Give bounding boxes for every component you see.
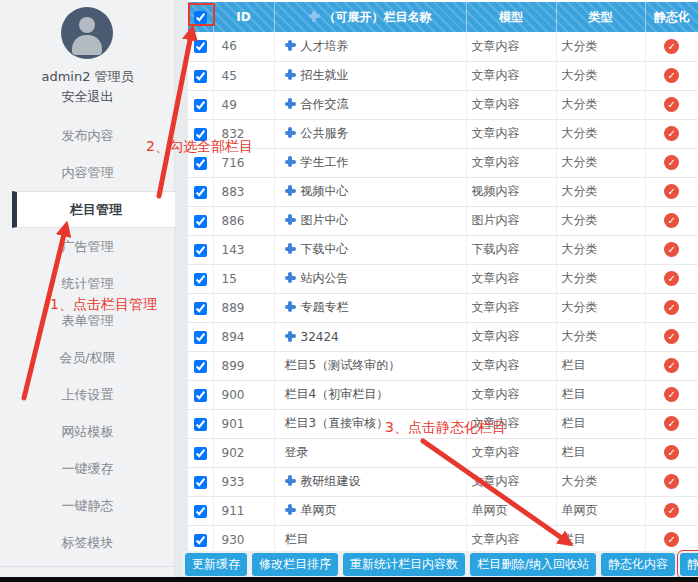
row-type: 大分类 — [556, 90, 645, 119]
check-circle-icon[interactable]: ✓ — [664, 155, 679, 170]
row-checkbox[interactable] — [194, 302, 207, 315]
footer-button[interactable]: 重新统计栏目内容数 — [343, 553, 465, 576]
row-checkbox[interactable] — [194, 505, 207, 518]
row-static-cell: ✓ — [645, 525, 698, 554]
logout-link[interactable]: 安全退出 — [0, 88, 175, 106]
row-id: 902 — [213, 438, 274, 467]
row-name: 教研组建设 — [301, 474, 361, 488]
row-static-cell: ✓ — [645, 177, 698, 206]
row-select-cell — [188, 467, 213, 496]
check-circle-icon[interactable]: ✓ — [664, 242, 679, 257]
row-name-cell: 专题专栏 — [274, 293, 466, 322]
expand-plus-icon[interactable] — [285, 185, 296, 196]
check-circle-icon[interactable]: ✓ — [664, 39, 679, 54]
row-name-cell: 学生工作 — [274, 148, 466, 177]
row-checkbox[interactable] — [194, 360, 207, 373]
row-checkbox[interactable] — [194, 186, 207, 199]
sidebar-item-default[interactable]: 网站模板 — [0, 413, 175, 450]
sidebar-item-default[interactable]: 一键静态 — [0, 487, 175, 524]
row-checkbox[interactable] — [194, 534, 207, 547]
sidebar-item-default[interactable]: 标签模块 — [0, 524, 175, 561]
sidebar-item-default[interactable]: 内容管理 — [0, 154, 175, 191]
column-header-static: 静态化 — [645, 2, 698, 32]
column-header-name: （可展开）栏目名称 — [274, 2, 466, 32]
row-id: 894 — [213, 322, 274, 351]
row-select-cell — [188, 235, 213, 264]
check-circle-icon[interactable]: ✓ — [664, 329, 679, 344]
row-checkbox[interactable] — [194, 40, 207, 53]
expand-plus-icon[interactable] — [285, 504, 296, 515]
row-model: 文章内容 — [466, 32, 556, 61]
expand-plus-icon[interactable] — [285, 301, 296, 312]
check-circle-icon[interactable]: ✓ — [664, 387, 679, 402]
expand-plus-icon[interactable] — [285, 40, 296, 51]
row-checkbox[interactable] — [194, 70, 207, 83]
row-id: 901 — [213, 409, 274, 438]
expand-plus-icon[interactable] — [285, 156, 296, 167]
row-model: 单网页 — [466, 496, 556, 525]
row-checkbox[interactable] — [194, 418, 207, 431]
row-id: 143 — [213, 235, 274, 264]
footer-button[interactable]: 栏目删除/纳入回收站 — [470, 553, 596, 576]
expand-plus-icon[interactable] — [285, 243, 296, 254]
row-checkbox[interactable] — [194, 244, 207, 257]
sidebar-item-default[interactable]: 会员/权限 — [0, 339, 175, 376]
row-checkbox[interactable] — [194, 476, 207, 489]
check-circle-icon[interactable]: ✓ — [664, 474, 679, 489]
footer-button[interactable]: 更新缓存 — [185, 553, 247, 576]
row-model: 文章内容 — [466, 525, 556, 554]
row-select-cell — [188, 525, 213, 554]
row-name: 专题专栏 — [301, 300, 349, 314]
row-checkbox[interactable] — [194, 215, 207, 228]
check-circle-icon[interactable]: ✓ — [664, 532, 679, 547]
table-row: 46 人才培养 文章内容 大分类 ✓ — [188, 32, 698, 61]
expand-plus-icon[interactable] — [285, 475, 296, 486]
expand-plus-icon[interactable] — [285, 214, 296, 225]
row-name: 栏目 — [285, 532, 309, 546]
row-checkbox[interactable] — [194, 273, 207, 286]
expand-plus-icon[interactable] — [285, 331, 296, 342]
sidebar-item-default[interactable]: 广告管理 — [0, 228, 175, 265]
expand-plus-icon[interactable] — [285, 98, 296, 109]
row-checkbox[interactable] — [194, 99, 207, 112]
row-id: 899 — [213, 351, 274, 380]
check-circle-icon[interactable]: ✓ — [664, 271, 679, 286]
row-checkbox[interactable] — [194, 389, 207, 402]
row-checkbox[interactable] — [194, 447, 207, 460]
row-name-cell: 图片中心 — [274, 206, 466, 235]
check-circle-icon[interactable]: ✓ — [664, 213, 679, 228]
check-circle-icon[interactable]: ✓ — [664, 445, 679, 460]
row-type: 栏目 — [556, 351, 645, 380]
row-type: 大分类 — [556, 264, 645, 293]
sidebar-item-active[interactable]: 栏目管理 — [12, 191, 175, 228]
row-select-cell — [188, 293, 213, 322]
check-circle-icon[interactable]: ✓ — [664, 68, 679, 83]
row-name-cell: 合作交流 — [274, 90, 466, 119]
row-checkbox[interactable] — [194, 331, 207, 344]
row-type: 大分类 — [556, 293, 645, 322]
row-type: 栏目 — [556, 380, 645, 409]
table-header-row: ID （可展开）栏目名称 模型 类型 静态化 — [188, 2, 698, 32]
footer-button[interactable]: 修改栏目排序 — [252, 553, 338, 576]
expand-plus-icon[interactable] — [285, 69, 296, 80]
row-name-cell: 视频中心 — [274, 177, 466, 206]
sidebar-item-default[interactable]: 上传设置 — [0, 376, 175, 413]
row-select-cell — [188, 90, 213, 119]
row-name-cell: 站内公告 — [274, 264, 466, 293]
check-circle-icon[interactable]: ✓ — [664, 97, 679, 112]
check-circle-icon[interactable]: ✓ — [664, 503, 679, 518]
check-circle-icon[interactable]: ✓ — [664, 358, 679, 373]
row-type: 大分类 — [556, 32, 645, 61]
check-circle-icon[interactable]: ✓ — [664, 416, 679, 431]
table-row: 902 登录 文章内容 栏目 ✓ — [188, 438, 698, 467]
check-circle-icon[interactable]: ✓ — [664, 126, 679, 141]
check-circle-icon[interactable]: ✓ — [664, 300, 679, 315]
expand-plus-icon[interactable] — [285, 272, 296, 283]
table-row: 899 栏目5（测试终审的） 文章内容 栏目 ✓ — [188, 351, 698, 380]
check-circle-icon[interactable]: ✓ — [664, 184, 679, 199]
row-checkbox[interactable] — [194, 157, 207, 170]
expand-plus-icon[interactable] — [285, 127, 296, 138]
footer-button[interactable]: 静态化内容 — [601, 553, 675, 576]
sidebar-item-default[interactable]: 一键缓存 — [0, 450, 175, 487]
footer-button[interactable]: 静态化栏目 — [680, 553, 698, 576]
